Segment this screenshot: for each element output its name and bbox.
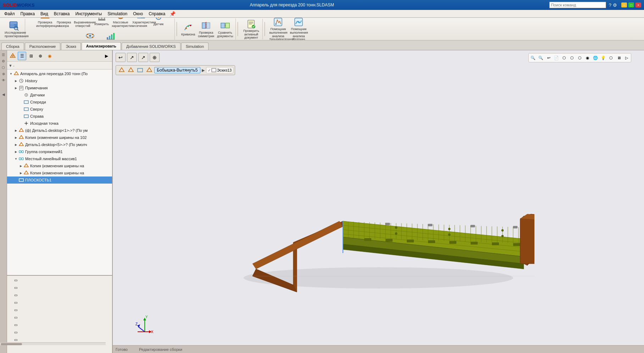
lower-btn-5[interactable]: ▭: [10, 306, 109, 313]
search-input[interactable]: [549, 2, 606, 8]
btn-curvature[interactable]: Кривизна: [180, 21, 196, 37]
tree-item-mates[interactable]: ▶ Группа сопряжений1: [7, 148, 112, 155]
tab-analyze[interactable]: Анализировать: [82, 42, 121, 50]
tree-item-root[interactable]: ▼ Аппарель для переезда 200 тонн (По: [7, 70, 112, 77]
tree-filter-bar: ▼ -: [7, 62, 112, 69]
menu-view[interactable]: Вид: [38, 11, 51, 17]
help-icon[interactable]: ?: [609, 2, 611, 8]
tree-btn-grid[interactable]: ⊞: [27, 52, 35, 60]
lower-btn-7[interactable]: ▭: [10, 321, 109, 328]
btn-compare[interactable]: Сравнитьдокументы: [216, 19, 234, 39]
tree-item-right[interactable]: Справа: [7, 113, 112, 120]
pin-icon[interactable]: 📌: [170, 11, 176, 17]
tab-addins[interactable]: Добавления SOLIDWORKS: [122, 43, 181, 50]
tree-item-origin[interactable]: Исходная точка: [7, 120, 112, 127]
tree-item-copy-w2[interactable]: ▶ Копия (изменения ширины на: [7, 169, 112, 176]
h-scrollbar-thumb[interactable]: [7, 343, 22, 345]
btn-active-doc[interactable]: Проверить активный документ: [241, 18, 261, 40]
tree-item-part5[interactable]: ▶ Деталь1-desktop<5>->? (По умолч: [7, 141, 112, 148]
tree-btn-list[interactable]: ☰: [18, 52, 26, 60]
tool-hex3[interactable]: ⬡: [576, 54, 583, 61]
btn-sim-xpress[interactable]: Помощник выполненияанализа SimulationXpr…: [268, 18, 288, 40]
menu-edit[interactable]: Правка: [18, 11, 38, 17]
tree-item-plane1[interactable]: ПЛОСКОСТЬ1: [7, 176, 112, 184]
lower-btn-8[interactable]: ▭: [10, 329, 109, 336]
lower-btn-9[interactable]: ▭: [10, 336, 109, 343]
lower-btn-2[interactable]: ▭: [10, 284, 109, 291]
btn-mass[interactable]: Массовыехарактеристики: [111, 18, 131, 29]
tool-shading[interactable]: ⬡: [607, 54, 615, 61]
tree-item-part1[interactable]: ▶ (ф) Деталь1-desktop<1>->? (По ум: [7, 127, 112, 134]
tree-item-top[interactable]: Сверху: [7, 106, 112, 113]
lower-btn-6[interactable]: ▭: [10, 314, 109, 321]
tool-hex2[interactable]: ⬡: [568, 54, 576, 61]
left-icon-6[interactable]: ◀: [1, 91, 6, 97]
btn-investigation[interactable]: Исследованиепроектирования: [4, 19, 23, 39]
left-icon-5[interactable]: 👁: [1, 77, 6, 83]
btn-measure[interactable]: Измерить: [93, 18, 110, 27]
tree-item-notes[interactable]: ▶ Примечания: [7, 84, 112, 91]
menu-simulation[interactable]: Simulation: [105, 11, 130, 17]
bc-sketch-item[interactable]: ✓ Эскиз13: [206, 67, 234, 73]
btn-perf[interactable]: Оценкапроизводительности: [101, 29, 121, 41]
tab-sketch[interactable]: Эскиз: [61, 43, 80, 50]
menu-file[interactable]: Файл: [1, 11, 18, 17]
tab-layout[interactable]: Расположение: [25, 43, 61, 50]
tree-btn-expand[interactable]: ▶: [102, 52, 111, 60]
menu-help[interactable]: Справка: [146, 11, 168, 17]
btn-sensor[interactable]: Датчик: [152, 18, 165, 27]
btn-viz[interactable]: Визуализациясборки: [80, 29, 100, 41]
btn-section[interactable]: Характеристикисечения: [131, 18, 151, 29]
left-icon-4[interactable]: ⊕: [1, 71, 6, 77]
tool-search[interactable]: 🔍: [529, 54, 537, 61]
btn-interference[interactable]: Проверкаинтерференции: [35, 18, 55, 29]
tool-monitor[interactable]: 🖥: [615, 54, 622, 61]
btn-holes[interactable]: Выравниваниеотверстий: [73, 18, 93, 29]
lower-btn-3[interactable]: ▭: [10, 291, 109, 298]
cmd-plus[interactable]: ⊕: [150, 53, 160, 62]
tool-doc[interactable]: 📄: [553, 54, 560, 61]
tool-play[interactable]: ▷: [623, 54, 630, 61]
tree-item-front[interactable]: Спереди: [7, 99, 112, 106]
tree-item-sensors[interactable]: Датчики: [7, 91, 112, 99]
cmd-fwd1[interactable]: ↗: [127, 53, 137, 62]
tree-btn-plus[interactable]: ⊕: [36, 52, 45, 60]
tree-btn-asm[interactable]: [9, 52, 17, 60]
left-icon-1[interactable]: ☰: [1, 52, 6, 57]
maximize-button[interactable]: □: [628, 2, 634, 7]
cmd-back[interactable]: ↩: [116, 53, 126, 62]
menu-window[interactable]: Окно: [130, 11, 146, 17]
cmd-fwd2[interactable]: ↗: [138, 53, 148, 62]
tab-assembly[interactable]: Сборка: [1, 43, 24, 50]
btn-clearance[interactable]: Проверказазора: [56, 18, 72, 29]
minimize-button[interactable]: −: [621, 2, 627, 7]
settings-icon[interactable]: ⚙: [613, 2, 617, 8]
bc-btn-part[interactable]: [127, 66, 135, 74]
tree-item-copy1[interactable]: ▶ Копия (изменения ширины на 102: [7, 134, 112, 141]
btn-flo-xpress[interactable]: Помощник выполненияанализа FloXpres: [289, 18, 309, 40]
tool-light[interactable]: 💡: [600, 54, 607, 61]
bc-btn-asm[interactable]: [117, 66, 126, 74]
left-icon-2[interactable]: ⚙: [1, 58, 6, 64]
tree-btn-circle[interactable]: ◉: [45, 52, 54, 60]
tool-net[interactable]: 🌐: [592, 54, 599, 61]
tree-item-copy-w1[interactable]: ▶ Копия (изменения ширины на: [7, 162, 112, 169]
lower-btn-4[interactable]: ▭: [10, 299, 109, 306]
left-icon-3[interactable]: ⬡: [1, 65, 6, 70]
label-notes: Примечания: [25, 86, 48, 90]
tree-item-pattern[interactable]: ▼ Местный линейный массив1: [7, 155, 112, 162]
tool-prev[interactable]: ↩: [545, 54, 552, 61]
lower-btn-1[interactable]: ▭: [10, 276, 109, 284]
tool-globe[interactable]: ◉: [584, 54, 591, 61]
menu-tools[interactable]: Инструменты: [72, 11, 105, 17]
tree-item-history[interactable]: ▶ History: [7, 77, 112, 84]
menu-insert[interactable]: Вставка: [51, 11, 73, 17]
tool-hex1[interactable]: ⬡: [561, 54, 568, 61]
bc-btn-feature[interactable]: [145, 66, 154, 74]
close-button[interactable]: ×: [635, 2, 641, 7]
svg-rect-152: [385, 223, 390, 225]
tab-simulation[interactable]: Simulation: [181, 43, 209, 50]
bc-btn-plane[interactable]: [136, 66, 144, 74]
tool-zoom[interactable]: 🔍: [537, 54, 544, 61]
btn-symmetry[interactable]: Проверкасимметрии: [197, 19, 215, 39]
